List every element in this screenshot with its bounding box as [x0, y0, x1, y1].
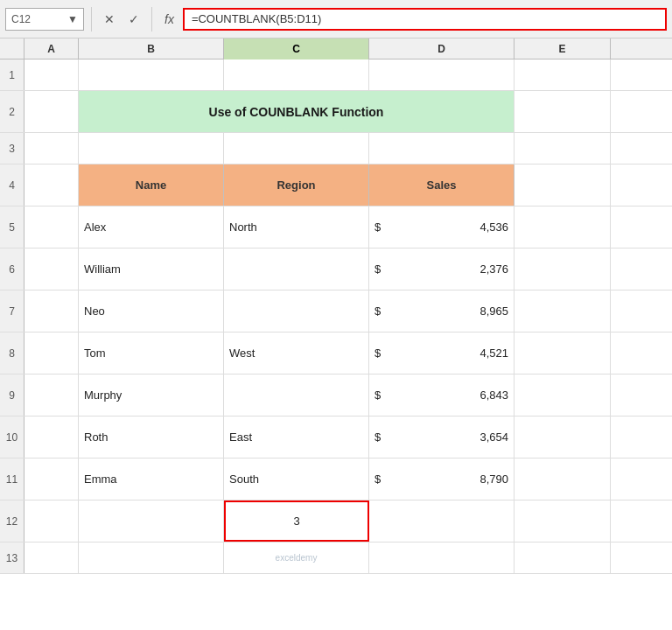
cell-a11[interactable] [24, 458, 79, 500]
cell-d8-sales[interactable]: $4,521 [369, 332, 514, 374]
cell-a6[interactable] [24, 248, 79, 290]
cell-d1[interactable] [369, 60, 514, 90]
row-num-6: 6 [0, 248, 24, 290]
table-row-6: 6 William $2,376 [0, 248, 672, 290]
cell-e10[interactable] [514, 416, 611, 458]
cell-c8-region[interactable]: West [224, 332, 369, 374]
cell-d10-sales[interactable]: $3,654 [369, 416, 514, 458]
cell-a2[interactable] [24, 91, 79, 132]
row-4-table-header: 4 Name Region Sales [0, 164, 672, 206]
cell-c6-region[interactable] [224, 248, 369, 290]
row-13: 13 exceldemy [0, 542, 672, 574]
cell-reference-box[interactable]: C12 ▼ [5, 8, 84, 31]
cell-d5-sales[interactable]: $4,536 [369, 206, 514, 248]
cell-e12[interactable] [514, 500, 611, 542]
separator2 [151, 7, 152, 32]
cell-c5-region[interactable]: North [224, 206, 369, 248]
col-header-e[interactable]: E [514, 38, 611, 60]
cell-c1[interactable] [224, 60, 369, 90]
cell-a9[interactable] [24, 374, 79, 416]
cell-d13[interactable] [369, 542, 514, 573]
row-3: 3 [0, 133, 672, 164]
row-num-3: 3 [0, 133, 24, 164]
separator [91, 7, 92, 32]
formula-input[interactable]: =COUNTBLANK(B5:D11) [183, 8, 667, 31]
table-row-8: 8 Tom West $4,521 [0, 332, 672, 374]
col-sales-header: Sales [369, 164, 514, 206]
row-1: 1 [0, 60, 672, 91]
column-headers: A B C D E [0, 38, 672, 60]
cell-b12[interactable] [79, 500, 224, 542]
cell-a7[interactable] [24, 290, 79, 332]
cell-d7-sales[interactable]: $8,965 [369, 290, 514, 332]
row-num-1: 1 [0, 60, 24, 90]
spreadsheet-grid: 1 2 Use of COUNBLANK Function 3 4 Name R… [0, 60, 672, 574]
cell-d12[interactable] [369, 500, 514, 542]
row-num-5: 5 [0, 206, 24, 248]
cell-a13[interactable] [24, 542, 79, 573]
cell-e3[interactable] [514, 133, 611, 164]
cell-b8-name[interactable]: Tom [79, 332, 224, 374]
cell-c10-region[interactable]: East [224, 416, 369, 458]
col-header-b[interactable]: B [79, 38, 224, 60]
col-header-c[interactable]: C [224, 38, 369, 60]
row-num-13: 13 [0, 542, 24, 573]
cell-b3[interactable] [79, 133, 224, 164]
cell-b5-name[interactable]: Alex [79, 206, 224, 248]
cell-d9-sales[interactable]: $6,843 [369, 374, 514, 416]
cell-e7[interactable] [514, 290, 611, 332]
cell-a4[interactable] [24, 164, 79, 206]
cell-b6-name[interactable]: William [79, 248, 224, 290]
row-num-11: 11 [0, 458, 24, 500]
cell-a10[interactable] [24, 416, 79, 458]
cell-e1[interactable] [514, 60, 611, 90]
cell-b7-name[interactable]: Neo [79, 290, 224, 332]
confirm-formula-button[interactable]: ✓ [123, 9, 144, 30]
cell-a8[interactable] [24, 332, 79, 374]
cell-a12[interactable] [24, 500, 79, 542]
col-header-d[interactable]: D [369, 38, 514, 60]
cell-e9[interactable] [514, 374, 611, 416]
cell-a3[interactable] [24, 133, 79, 164]
row-num-4: 4 [0, 164, 24, 206]
cell-c3[interactable] [224, 133, 369, 164]
col-name-header: Name [79, 164, 224, 206]
cell-c11-region[interactable]: South [224, 458, 369, 500]
cell-d6-sales[interactable]: $2,376 [369, 248, 514, 290]
table-row-9: 9 Murphy $6,843 [0, 374, 672, 416]
row-2: 2 Use of COUNBLANK Function [0, 91, 672, 133]
row-num-12: 12 [0, 500, 24, 542]
row-num-8: 8 [0, 332, 24, 374]
cell-b10-name[interactable]: Roth [79, 416, 224, 458]
cell-ref-text: C12 [11, 13, 31, 25]
cell-b11-name[interactable]: Emma [79, 458, 224, 500]
cell-a1[interactable] [24, 60, 79, 90]
title-cell: Use of COUNBLANK Function [79, 91, 514, 132]
cancel-formula-button[interactable]: ✕ [99, 9, 120, 30]
cell-e13[interactable] [514, 542, 611, 573]
dropdown-arrow-icon[interactable]: ▼ [67, 13, 78, 25]
watermark-text: exceldemy [276, 553, 318, 563]
cell-b1[interactable] [79, 60, 224, 90]
row-num-2: 2 [0, 91, 24, 132]
col-header-a[interactable]: A [24, 38, 79, 60]
cell-e5[interactable] [514, 206, 611, 248]
cell-c9-region[interactable] [224, 374, 369, 416]
cell-b9-name[interactable]: Murphy [79, 374, 224, 416]
formula-text: =COUNTBLANK(B5:D11) [192, 12, 321, 25]
cell-e4[interactable] [514, 164, 611, 206]
cell-d11-sales[interactable]: $8,790 [369, 458, 514, 500]
table-row-11: 11 Emma South $8,790 [0, 458, 672, 500]
cell-c13[interactable]: exceldemy [224, 542, 369, 573]
cell-d3[interactable] [369, 133, 514, 164]
countblank-result-cell[interactable]: 3 [224, 500, 369, 542]
cell-a5[interactable] [24, 206, 79, 248]
row-num-header-corner [0, 38, 24, 59]
cell-e6[interactable] [514, 248, 611, 290]
cell-c7-region[interactable] [224, 290, 369, 332]
row-num-7: 7 [0, 290, 24, 332]
cell-b13[interactable] [79, 542, 224, 573]
cell-e8[interactable] [514, 332, 611, 374]
cell-e11[interactable] [514, 458, 611, 500]
cell-e2[interactable] [514, 91, 611, 132]
